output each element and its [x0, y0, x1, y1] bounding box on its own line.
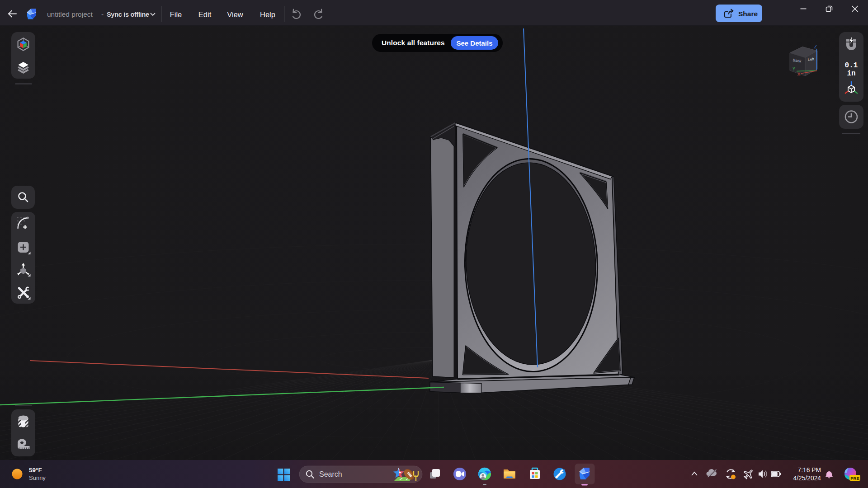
svg-text:Search: Search: [319, 470, 342, 478]
svg-text:X: X: [797, 72, 801, 77]
svg-text:59°F: 59°F: [29, 467, 42, 474]
svg-text:Y: Y: [793, 66, 796, 71]
svg-text:4/25/2024: 4/25/2024: [793, 475, 821, 482]
svg-text:Help: Help: [260, 10, 275, 19]
svg-text:Left: Left: [807, 56, 815, 62]
svg-text:in: in: [847, 70, 855, 78]
svg-text:Sunny: Sunny: [29, 474, 46, 481]
svg-text:-: -: [101, 10, 104, 18]
svg-text:Z: Z: [814, 44, 817, 49]
svg-text:7:16 PM: 7:16 PM: [798, 467, 821, 474]
svg-text:PRE: PRE: [850, 476, 859, 481]
svg-text:Share: Share: [738, 10, 758, 18]
svg-text:Edit: Edit: [198, 10, 212, 19]
svg-text:untitled project: untitled project: [47, 10, 93, 18]
svg-text:File: File: [170, 10, 182, 19]
svg-text:0.1: 0.1: [845, 61, 858, 70]
svg-text:Sync is offline: Sync is offline: [107, 11, 149, 18]
svg-text:View: View: [227, 10, 243, 19]
